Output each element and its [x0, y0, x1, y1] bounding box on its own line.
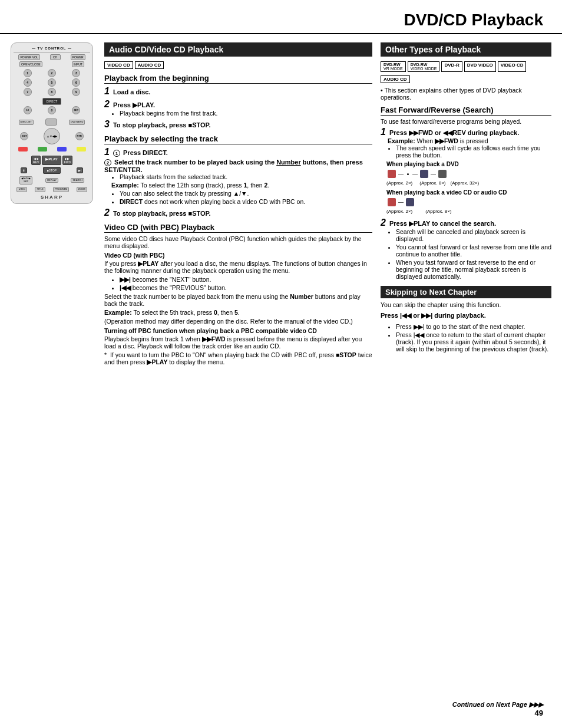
cd-speed-diagram: —: [388, 198, 551, 206]
badge-dvd-video: DVD VIDEO: [464, 61, 496, 72]
remote-pause-btn: ⏸: [21, 167, 27, 173]
step-cancel-search: 2 Press ▶PLAY to cancel the search. Sear…: [381, 218, 551, 280]
continued-text: Continued on Next Page ▶▶▶: [452, 701, 543, 709]
circle-2: 2: [104, 159, 111, 166]
remote-brand-label: SHARP: [14, 195, 90, 200]
remote-zoom-btn: ZOOM: [77, 187, 87, 192]
dvd-dot-1: [407, 173, 409, 175]
badge-audio-cd: AUDIO CD: [135, 61, 164, 69]
right-column: Other Types of Playback DVD-RWVR MODE DV…: [381, 42, 551, 367]
step-fwd-example: Example: When ▶▶FWD is pressed The searc…: [388, 137, 551, 159]
remote-nav-row: EXIT ▲▼◀▶ RTN: [14, 128, 90, 144]
dvd-speed-2x: (Approx. 2×): [386, 180, 412, 186]
remote-num-8: 8: [48, 88, 56, 96]
remote-misc-row: ●REC TITLE PROGRAM ZOOM: [14, 187, 90, 192]
cd-speed-labels: (Approx. 2×) (Approx. 8×): [386, 209, 551, 214]
turning-off-pbc-text: Playback begins from track 1 when ▶▶FWD …: [104, 335, 372, 350]
remote-skip-btn: ▶|: [77, 167, 83, 173]
page-title-bar: DVD/CD Playback: [0, 0, 562, 34]
video-cd-track-select-text: Select the track number to be played bac…: [104, 293, 372, 307]
badge-dvd-rw-video: DVD-RWVIDEO MODE: [408, 61, 440, 72]
step-direct: 1 1 Press DIRECT. 2 Select the track num…: [104, 147, 372, 205]
remote-nav-circle: ▲▼◀▶: [44, 128, 60, 144]
dvd-arrow-3: —: [431, 171, 436, 177]
remote-rev-btn: ◀◀REV: [31, 156, 41, 165]
dvd-speed-diagram: — — —: [388, 170, 551, 178]
remote-dvd-menu-btn: DVD MENU: [69, 120, 85, 125]
remote-search-btn: SEARCH: [71, 178, 84, 183]
remote-num-1: 1: [24, 69, 32, 77]
cd-speed-2x: (Approx. 2×): [386, 209, 412, 214]
dvd-speed-labels: (Approx. 2×) (Approx. 8×) (Approx. 32×): [386, 180, 551, 186]
remote-program-btn: PROGRAM: [53, 187, 69, 192]
other-types-intro: • This section explains other types of D…: [381, 87, 551, 101]
dvd-speed-icon-1: [388, 170, 396, 178]
remote-control-image: — TV CONTROL — POWER VOL CH POWER OPEN/C…: [11, 42, 93, 204]
remote-num-9: 9: [72, 88, 80, 96]
step-press-play: 2 Press ▶PLAY. Playback begins from the …: [104, 99, 372, 117]
dvd-arrow-1: —: [398, 171, 404, 177]
remote-numpad2: 10 0 SET: [16, 106, 88, 114]
remote-input-btn: INPUT: [72, 61, 84, 67]
remote-open-close-btn: OPEN/CLOSE: [19, 61, 42, 67]
cd-speed-icon-2: [406, 198, 414, 206]
audio-cd-section-header: Audio CD/Video CD Playback: [104, 42, 372, 57]
video-cd-pbc-button-list: ▶▶| becomes the "NEXT" button. |◀◀ becom…: [111, 276, 372, 291]
remote-tv-control-label: — TV CONTROL —: [14, 47, 90, 52]
remote-color-btns-row: [14, 147, 90, 151]
remote-rec-btn: ●REC: [16, 187, 27, 192]
remote-numpad: 1 2 3 4 5 6 7 8 9: [16, 69, 88, 96]
video-cd-pbc-header: Video CD (with PBC) Playback: [104, 223, 372, 233]
remote-play-controls: ◀◀REV ▶PLAY ▶▶FWD: [14, 156, 90, 165]
dvd-label: When playing back a DVD: [386, 161, 551, 167]
left-column: — TV CONTROL — POWER VOL CH POWER OPEN/C…: [11, 42, 96, 367]
remote-num-3: 3: [72, 69, 80, 77]
remote-num-7: 7: [24, 88, 32, 96]
step-direct-sub2: 2 Select the track number to be played b…: [104, 159, 372, 173]
remote-num-6: 6: [72, 78, 80, 87]
video-cd-pbc-sub-heading: Video CD (with PBC): [104, 252, 372, 259]
badge-dvd-rw-vr: DVD-RWVR MODE: [381, 61, 406, 72]
cd-arrow-1: —: [398, 199, 404, 205]
remote-power-btn: POWER VOL: [18, 54, 39, 60]
skipping-intro: You can skip the chapter using this func…: [381, 301, 551, 308]
remote-title-btn: TITLE: [35, 187, 45, 192]
badge-video-cd: VIDEO CD: [104, 61, 133, 69]
dvd-speed-icon-3: [438, 170, 447, 178]
main-content: — TV CONTROL — POWER VOL CH POWER OPEN/C…: [0, 42, 562, 367]
remote-disc-slot: [45, 118, 57, 126]
remote-direct-btn: DIRECT: [42, 98, 62, 105]
remote-fadv-btn: ◀FADV▶SKP: [19, 176, 32, 185]
playback-beginning-steps: 1 Load a disc. 2 Press ▶PLAY. Playback b…: [104, 86, 372, 130]
remote-power2-btn: POWER: [71, 54, 85, 60]
step-fwd-rev: 1 Press ▶▶FWD or ◀◀REV during playback. …: [381, 127, 551, 214]
remote-disc-list-btn: DISC LIST: [19, 120, 34, 125]
remote-direct-row: DIRECT: [14, 98, 90, 105]
other-types-badges: DVD-RWVR MODE DVD-RWVIDEO MODE DVD-R DVD…: [381, 61, 551, 72]
other-types-badges-2: AUDIO CD: [381, 75, 551, 83]
remote-num-5: 5: [48, 78, 56, 87]
circle-1: 1: [113, 150, 120, 157]
badge-audio-cd-2: AUDIO CD: [381, 75, 410, 83]
other-types-header: Other Types of Playback: [381, 42, 551, 57]
remote-stop-btn: ■STOP: [43, 167, 61, 174]
step-load-disc: 1 Load a disc.: [104, 86, 372, 97]
playback-beginning-header: Playback from the begin­ning: [104, 74, 372, 84]
page-number: 49: [452, 709, 543, 717]
remote-num-0: 0: [48, 106, 56, 114]
remote-blue-btn: [57, 147, 67, 151]
remote-num-10: 10: [24, 106, 32, 114]
step-press-play-sub: Playback begins from the first track.: [111, 110, 372, 117]
step-direct-notes: Playback starts from the selected track.…: [111, 173, 372, 205]
remote-green-btn: [38, 147, 47, 151]
remote-top-row: POWER VOL CH POWER: [14, 54, 90, 60]
remote-replay-btn: REPLAY: [45, 178, 58, 183]
remote-num-4: 4: [24, 78, 32, 87]
remote-stop-row: ⏸ ■STOP ▶|: [14, 167, 90, 174]
skipping-sub-items: Press ▶▶| to go to the start of the next…: [388, 323, 551, 353]
remote-ch-btn: CH: [50, 54, 61, 60]
remote-skip-row: ◀FADV▶SKP REPLAY SEARCH: [14, 176, 90, 185]
remote-num-set: SET: [72, 106, 80, 114]
playback-track-steps: 1 1 Press DIRECT. 2 Select the track num…: [104, 147, 372, 218]
cd-speed-icon-1: [388, 198, 396, 206]
